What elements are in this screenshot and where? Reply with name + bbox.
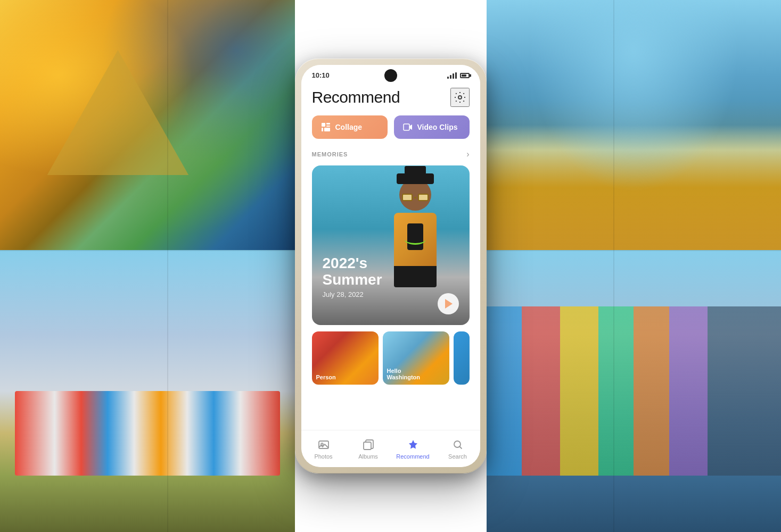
svg-rect-3 <box>326 126 330 127</box>
svg-rect-4 <box>322 128 323 131</box>
video-clips-button[interactable]: Video Clips <box>394 115 470 139</box>
nav-label-search: Search <box>448 453 467 460</box>
nav-item-photos[interactable]: Photos <box>301 434 346 464</box>
memories-header: MEMORIES › <box>312 149 470 159</box>
albums-icon <box>362 438 375 451</box>
bg-photo-canal <box>487 250 782 532</box>
app-content: Recommend <box>301 84 480 385</box>
bg-photo-fruits <box>487 0 782 250</box>
app-header: Recommend <box>312 84 470 115</box>
play-icon <box>445 299 453 309</box>
collage-icon <box>320 122 331 132</box>
svg-point-0 <box>458 96 462 99</box>
action-buttons: Collage Video Clips <box>312 115 470 139</box>
nav-item-search[interactable]: Search <box>435 434 480 464</box>
memory-text: 2022's Summer July 28, 2022 <box>323 255 382 298</box>
status-icons <box>447 72 470 79</box>
nav-label-photos: Photos <box>314 453 332 460</box>
battery-icon <box>460 73 470 78</box>
phone-mockup: 10:10 Recommend <box>295 59 487 473</box>
nav-label-recommend: Recommend <box>396 453 429 460</box>
video-icon <box>402 122 413 132</box>
signal-icon <box>447 72 457 79</box>
camera-notch <box>384 69 397 82</box>
search-icon <box>451 438 464 451</box>
small-card-washington-label: HelloWashington <box>387 368 421 380</box>
small-card-extra[interactable] <box>454 331 470 385</box>
collage-button[interactable]: Collage <box>312 115 388 139</box>
gear-icon <box>454 91 466 104</box>
bg-photo-huts <box>0 250 295 532</box>
bottom-navigation: Photos Albums <box>301 430 480 467</box>
photos-icon <box>317 438 330 451</box>
recommend-icon <box>407 438 420 451</box>
nav-item-recommend[interactable]: Recommend <box>391 434 435 464</box>
svg-rect-9 <box>364 442 371 450</box>
bg-photo-tent <box>0 0 295 250</box>
divider-vertical-left <box>167 0 168 532</box>
phone-screen: 10:10 Recommend <box>301 65 480 467</box>
svg-rect-5 <box>324 128 330 131</box>
small-card-person[interactable]: Person <box>312 331 379 385</box>
small-card-person-label: Person <box>316 374 336 380</box>
page-title: Recommend <box>312 88 400 106</box>
memories-more-arrow[interactable]: › <box>466 149 469 159</box>
small-cards-row: Person HelloWashington <box>312 331 470 385</box>
svg-point-10 <box>454 441 461 447</box>
memory-card-background: 2022's Summer July 28, 2022 <box>312 165 470 325</box>
divider-vertical-right <box>613 0 614 532</box>
small-card-washington[interactable]: HelloWashington <box>383 331 449 385</box>
phone-frame: 10:10 Recommend <box>295 59 487 473</box>
memories-label: MEMORIES <box>312 151 348 157</box>
svg-rect-6 <box>404 124 409 130</box>
nav-item-albums[interactable]: Albums <box>346 434 391 464</box>
status-time: 10:10 <box>312 71 330 79</box>
collage-button-label: Collage <box>335 123 363 131</box>
video-clips-button-label: Video Clips <box>417 123 458 131</box>
memory-date: July 28, 2022 <box>323 290 382 298</box>
svg-rect-2 <box>326 123 330 124</box>
nav-label-albums: Albums <box>358 453 378 460</box>
svg-rect-7 <box>319 441 328 448</box>
settings-button[interactable] <box>450 88 470 107</box>
memory-card-main[interactable]: 2022's Summer July 28, 2022 <box>312 165 470 325</box>
svg-rect-1 <box>322 123 325 127</box>
play-button[interactable] <box>438 293 459 314</box>
memory-title: 2022's Summer <box>323 255 382 288</box>
